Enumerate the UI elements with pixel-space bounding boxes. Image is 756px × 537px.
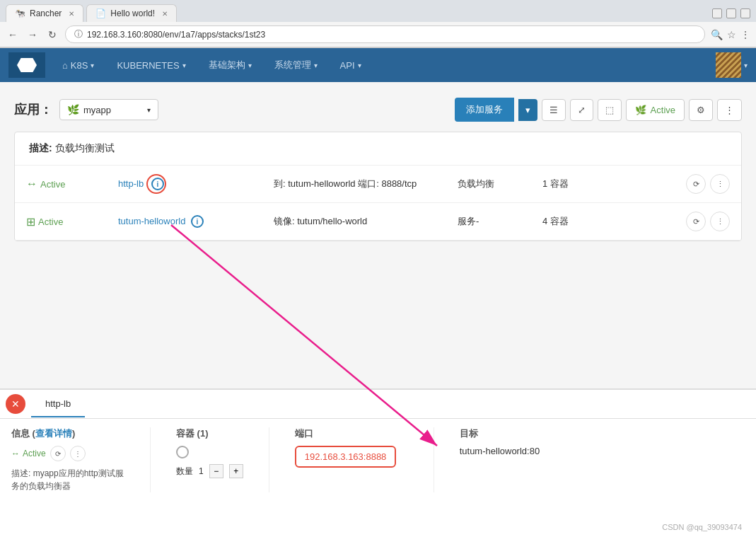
nav-api[interactable]: API ▾ [329,50,373,81]
service1-status-icon: ↔ [26,178,37,190]
shield-button[interactable]: ⚙ [689,99,713,121]
url-text: 192.168.3.160:8080/env/1a7/apps/stacks/1… [87,30,265,40]
export-button[interactable]: ⬚ [598,99,622,121]
app-selector-icon: 🌿 [67,104,79,115]
panel-close-button[interactable]: ✕ [6,394,25,414]
search-icon[interactable]: 🔍 [711,29,723,40]
kubernetes-chevron: ▾ [182,62,186,69]
nav-kubernetes[interactable]: KUBERNETES ▾ [105,50,197,81]
top-navbar: ⌂ K8S ▾ KUBERNETES ▾ 基础架构 ▾ 系统管理 ▾ API ▾… [0,48,756,82]
helloworld-tab-icon: 📄 [95,8,106,18]
watermark: CSDN @qq_39093474 [662,523,742,531]
service2-status-icon: ⊞ [26,215,35,229]
description-value: 负载均衡测试 [55,142,115,154]
service1-more-btn[interactable]: ⋮ [710,174,730,194]
bookmark-icon[interactable]: ☆ [727,29,736,40]
services-table: ↔ Active http-lb i 到: tutum-helloworld 端… [15,166,741,241]
lock-icon: ⓘ [74,28,83,40]
nav-infrastructure[interactable]: 基础架构 ▾ [197,49,263,81]
service1-status: ↔ Active [26,178,95,190]
browser-tab-rancher[interactable]: 🐄 Rancher ✕ [6,4,83,22]
list-view-button[interactable]: ☰ [542,99,566,121]
app-selector[interactable]: 🌿 myapp ▾ [59,99,158,120]
active-status-icon: 🌿 [635,105,646,115]
browser-titlebar: 🐄 Rancher ✕ 📄 Hello world! ✕ [0,0,756,22]
panel-more-btn[interactable]: ⋮ [70,446,86,461]
api-chevron: ▾ [358,62,361,69]
minimize-btn[interactable] [712,8,722,18]
nav-kubernetes-label: KUBERNETES [117,60,179,71]
active-status-label: Active [651,105,675,115]
forward-btn[interactable]: → [25,28,40,42]
panel-status: ↔ Active [11,449,46,458]
share-button[interactable]: ⤢ [570,99,593,121]
avatar-chevron: ▾ [744,62,748,69]
panel-divider-2 [269,427,269,492]
qty-label: 数量 [176,466,193,478]
address-icons: 🔍 ☆ ⋮ [711,29,750,40]
bottom-panel: ✕ http-lb 信息 (查看详情) ↔ Active ⟳ ⋮ 描述: mya… [0,388,756,537]
rancher-tab-icon: 🐄 [15,8,25,18]
panel-container-title: 容器 (1) [176,427,243,440]
service1-destination: 到: tutum-helloworld 端口: 8888/tcp [274,178,417,189]
close-btn[interactable] [740,8,750,18]
panel-body: 信息 (查看详情) ↔ Active ⟳ ⋮ 描述: myapp应用的http测… [0,419,756,501]
nav-system[interactable]: 系统管理 ▾ [263,49,329,81]
service1-info-highlighted[interactable]: i [146,174,166,194]
nav-api-label: API [340,60,355,71]
service2-status-label: Active [38,216,63,227]
service1-info-icon[interactable]: i [151,178,164,190]
panel-tab-httplb[interactable]: http-lb [31,391,85,417]
helloworld-tab-close[interactable]: ✕ [162,10,168,18]
service1-link[interactable]: http-lb [118,178,144,189]
panel-divider-3 [434,427,434,492]
nav-k8s-label: K8S [71,60,88,71]
helloworld-tab-label: Hello world! [110,8,155,18]
infrastructure-chevron: ▾ [248,62,252,69]
nav-k8s[interactable]: ⌂ K8S ▾ [51,50,105,81]
nav-avatar[interactable] [716,52,741,78]
service2-more-btn[interactable]: ⋮ [710,212,730,231]
system-chevron: ▾ [314,62,318,69]
service1-type: 负载均衡 [458,178,494,189]
panel-status-icon: ↔ [11,449,20,458]
qty-increase-btn[interactable]: + [229,464,243,478]
service2-destination: 镜像: tutum/hello-world [274,216,367,226]
active-status-button[interactable]: 🌿 Active [626,99,685,121]
panel-description: 描述: myapp应用的http测试服务的负载均衡器 [11,467,124,492]
menu-icon[interactable]: ⋮ [740,29,750,40]
rancher-tab-label: Rancher [30,8,62,18]
panel-info-title: 信息 (查看详情) [11,427,124,440]
app-bar: 应用： 🌿 myapp ▾ 添加服务 ▾ ☰ ⤢ ⬚ 🌿 Active ⚙ ⋮ [14,91,742,129]
service2-info-icon[interactable]: i [191,215,204,228]
service2-status: ⊞ Active [26,215,95,229]
more-actions-button[interactable]: ⋮ [717,99,742,121]
browser-tab-helloworld[interactable]: 📄 Hello world! ✕ [86,4,177,22]
nav-system-label: 系统管理 [274,59,311,71]
panel-status-label: Active [23,449,46,458]
view-details-link[interactable]: 查看详情 [35,428,72,439]
service2-type: 服务- [458,216,479,226]
nav-infrastructure-label: 基础架构 [209,59,245,71]
address-bar[interactable]: ⓘ 192.168.3.160:8080/env/1a7/apps/stacks… [65,25,705,43]
maximize-btn[interactable] [726,8,736,18]
qty-decrease-btn[interactable]: − [209,464,223,478]
panel-action-btn[interactable]: ⟳ [50,446,66,461]
rancher-tab-close[interactable]: ✕ [69,10,74,18]
k8s-chevron: ▾ [91,62,94,69]
service2-link[interactable]: tutum-helloworld [118,216,185,226]
back-btn[interactable]: ← [6,28,20,42]
service2-containers: 4 容器 [542,216,569,226]
add-service-dropdown-button[interactable]: ▾ [518,99,537,121]
app-selector-value: myapp [83,105,111,115]
nav-logo[interactable] [8,52,45,78]
qty-value: 1 [199,466,204,476]
add-service-button[interactable]: 添加服务 [455,98,514,122]
panel-port-value[interactable]: 192.168.3.163:8888 [295,446,397,468]
description-label: 描述: [29,142,52,154]
service1-action-btn[interactable]: ⟳ [686,174,706,194]
main-card: 描述: 负载均衡测试 ↔ Active http-lb i [14,132,742,241]
panel-tab-label: http-lb [45,398,71,409]
service2-action-btn[interactable]: ⟳ [686,212,706,231]
refresh-btn[interactable]: ↻ [45,28,59,42]
